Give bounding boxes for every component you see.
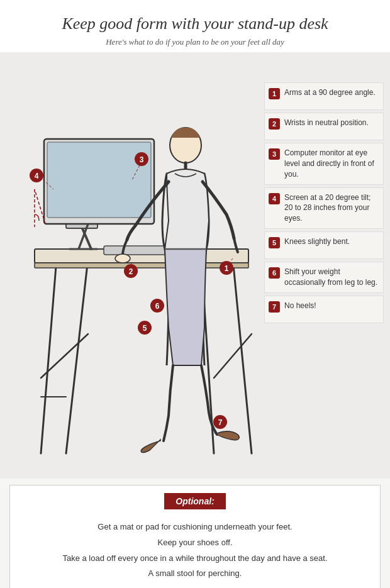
svg-text:6: 6 (155, 302, 160, 311)
annotation-badge-4: 4 (269, 193, 280, 204)
page-title: Keep good form with your stand-up desk (19, 14, 371, 33)
annotation-badge-3: 3 (269, 148, 280, 160)
annotation-badge-1: 1 (269, 88, 280, 99)
optional-item: Get a mat or pad for cushioning undernea… (10, 519, 380, 535)
svg-text:2: 2 (129, 267, 133, 276)
annotation-item-2: 2 Wrists in neutral position. (264, 113, 384, 140)
annotation-text-6: Shift your weight occasionally from leg … (284, 267, 378, 288)
svg-rect-9 (35, 263, 248, 268)
illustration-wrapper: 4 3 2 1 6 5 7 (6, 64, 264, 472)
annotation-text-4: Screen at a 20 degree tilt; 20 to 28 inc… (284, 192, 378, 224)
optional-item: Keep your shoes off. (10, 535, 380, 551)
annotation-item-1: 1 Arms at a 90 degree angle. (264, 82, 384, 110)
annotation-text-7: No heels! (284, 301, 316, 311)
main-content: 4 3 2 1 6 5 7 (0, 52, 390, 479)
svg-text:3: 3 (140, 155, 144, 164)
optional-section: Optional: Get a mat or pad for cushionin… (9, 485, 381, 588)
annotation-item-5: 5 Knees slightly bent. (264, 231, 384, 259)
annotation-text-5: Knees slightly bent. (284, 236, 350, 247)
annotation-item-6: 6 Shift your weight occasionally from le… (264, 262, 384, 293)
svg-rect-13 (47, 142, 151, 218)
header: Keep good form with your stand-up desk H… (0, 0, 390, 52)
svg-text:4: 4 (35, 172, 39, 180)
page-subtitle: Here's what to do if you plan to be on y… (19, 37, 371, 47)
annotation-badge-6: 6 (269, 267, 280, 279)
annotation-item-3: 3 Computer monitor at eye level and dire… (264, 143, 384, 184)
optional-item: Take a load off every once in a while th… (10, 551, 380, 567)
annotation-text-2: Wrists in neutral position. (284, 118, 369, 128)
annotation-text-3: Computer monitor at eye level and direct… (284, 148, 378, 179)
annotation-item-4: 4 Screen at a 20 degree tilt; 20 to 28 i… (264, 187, 384, 229)
illustration-svg: 4 3 2 1 6 5 7 (6, 64, 264, 472)
annotation-badge-2: 2 (269, 118, 280, 130)
svg-text:7: 7 (218, 418, 223, 427)
svg-point-19 (115, 254, 130, 263)
page: Keep good form with your stand-up desk H… (0, 0, 390, 588)
optional-item: A small stool for perching. (10, 566, 380, 582)
annotation-badge-5: 5 (269, 237, 280, 248)
annotation-item-7: 7 No heels! (264, 296, 384, 323)
annotations-panel: 1 Arms at a 90 degree angle. 2 Wrists in… (264, 64, 384, 325)
optional-items: Get a mat or pad for cushioning undernea… (10, 519, 380, 582)
svg-text:5: 5 (143, 324, 147, 333)
annotation-badge-7: 7 (269, 301, 280, 313)
optional-banner-wrapper: Optional: (10, 485, 380, 519)
optional-banner: Optional: (164, 493, 225, 509)
svg-text:1: 1 (225, 264, 229, 273)
annotation-text-1: Arms at a 90 degree angle. (284, 87, 376, 98)
